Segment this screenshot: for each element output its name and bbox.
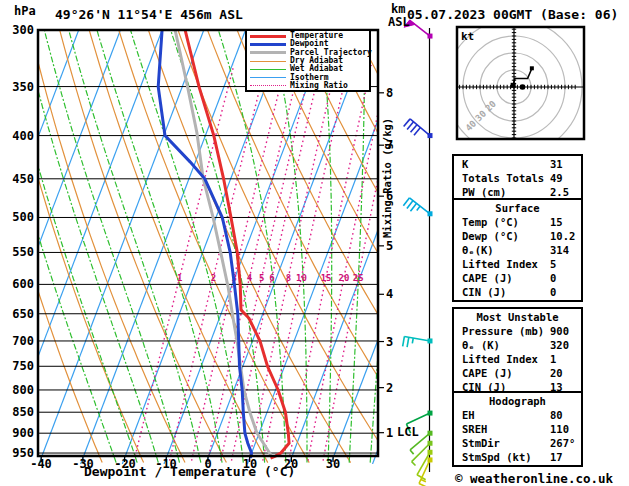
row-value: 110 <box>550 422 569 436</box>
table-row: StmDir267° <box>454 436 581 450</box>
row-label: K <box>462 157 468 171</box>
table-row: Lifted Index1 <box>454 352 581 366</box>
svg-text:25: 25 <box>353 273 364 283</box>
pressure-tick-label: 450 <box>2 172 34 186</box>
pressure-tick-label: 800 <box>2 383 34 397</box>
legend-line-sample <box>250 35 286 38</box>
legend-line-sample <box>250 43 286 46</box>
lcl-marker-label: LCL <box>397 425 419 439</box>
row-label: Lifted Index <box>462 352 538 366</box>
temp-tick-label: 30 <box>315 457 351 471</box>
legend-line-sample <box>250 51 286 54</box>
copyright: © weatheronline.co.uk <box>455 471 613 486</box>
row-value: 320 <box>550 338 569 352</box>
legend-line-sample <box>250 85 286 86</box>
legend-item-label: Mixing Ratio <box>290 82 348 90</box>
row-value: 80 <box>550 408 563 422</box>
row-label: Temp (°C) <box>462 215 519 229</box>
table-row: Dewp (°C)10.2 <box>454 229 581 243</box>
pressure-tick-label: 650 <box>2 307 34 321</box>
pressure-tick-label: 550 <box>2 245 34 259</box>
row-label: Dewp (°C) <box>462 229 519 243</box>
svg-text:5: 5 <box>259 273 264 283</box>
pressure-tick-label: 850 <box>2 405 34 419</box>
pressure-tick-label: 700 <box>2 334 34 348</box>
row-value: 15 <box>550 215 563 229</box>
row-label: CAPE (J) <box>462 271 513 285</box>
table-row: Totals Totals49 <box>454 171 581 185</box>
row-label: CIN (J) <box>462 285 506 299</box>
km-unit-label: km <box>391 2 405 16</box>
legend-line-sample <box>250 77 286 78</box>
row-value: 267° <box>550 436 575 450</box>
row-label: StmDir <box>462 436 500 450</box>
table-row: StmSpd (kt)17 <box>454 450 581 464</box>
row-value: 2.5 <box>550 185 569 199</box>
skewt-sounding-screen: 123456810152025203040 hPa 49°26'N 11°54'… <box>0 0 629 486</box>
temp-tick-label: -40 <box>23 457 59 471</box>
row-value: 5 <box>550 257 556 271</box>
pressure-tick-label: 350 <box>2 80 34 94</box>
svg-text:8: 8 <box>286 273 291 283</box>
legend-line-sample <box>250 69 286 70</box>
table-row: EH80 <box>454 408 581 422</box>
row-label: θₑ (K) <box>462 338 500 352</box>
pressure-tick-label: 600 <box>2 277 34 291</box>
row-label: θₑ(K) <box>462 243 494 257</box>
table-row: K31 <box>454 157 581 171</box>
indices-table: SurfaceTemp (°C)15Dewp (°C)10.2θₑ(K)314L… <box>452 198 583 302</box>
row-value: 900 <box>550 324 569 338</box>
row-label: EH <box>462 408 475 422</box>
table-row: CIN (J)0 <box>454 285 581 299</box>
legend-line-sample <box>250 61 286 62</box>
station-title: 49°26'N 11°54'E 456m ASL <box>55 7 243 22</box>
legend-box: TemperatureDewpointParcel TrajectoryDry … <box>245 29 371 92</box>
table-row: CAPE (J)0 <box>454 271 581 285</box>
row-label: Pressure (mb) <box>462 324 544 338</box>
indices-table: K31Totals Totals49PW (cm)2.5 <box>452 154 583 202</box>
row-label: StmSpd (kt) <box>462 450 532 464</box>
storm-motion-dot <box>520 84 526 90</box>
pressure-unit-label: hPa <box>14 4 36 18</box>
table-header: Most Unstable <box>454 310 581 324</box>
table-row: SREH110 <box>454 422 581 436</box>
x-axis-title: Dewpoint / Temperature (°C) <box>84 464 295 479</box>
legend-item: Mixing Ratio <box>250 82 369 90</box>
svg-text:2: 2 <box>211 273 216 283</box>
pressure-tick-label: 400 <box>2 129 34 143</box>
indices-table: HodographEH80SREH110StmDir267°StmSpd (kt… <box>452 391 583 467</box>
svg-text:4: 4 <box>247 273 253 283</box>
table-header: Hodograph <box>454 394 581 408</box>
pressure-tick-label: 900 <box>2 426 34 440</box>
row-label: Totals Totals <box>462 171 544 185</box>
table-row: Pressure (mb)900 <box>454 324 581 338</box>
table-row: Temp (°C)15 <box>454 215 581 229</box>
svg-text:1: 1 <box>177 273 182 283</box>
row-value: 10.2 <box>550 229 575 243</box>
table-row: θₑ (K)320 <box>454 338 581 352</box>
svg-text:15: 15 <box>321 273 332 283</box>
row-label: Lifted Index <box>462 257 538 271</box>
svg-text:10: 10 <box>296 273 307 283</box>
row-value: 0 <box>550 285 556 299</box>
svg-text:20: 20 <box>339 273 350 283</box>
km-tick-label: 1 <box>386 426 393 440</box>
row-label: SREH <box>462 422 487 436</box>
km-tick-label: 8 <box>386 86 393 100</box>
row-value: 17 <box>550 450 563 464</box>
table-row: θₑ(K)314 <box>454 243 581 257</box>
km-tick-label: 4 <box>386 287 393 301</box>
km-tick-label: 3 <box>386 335 393 349</box>
table-row: PW (cm)2.5 <box>454 185 581 199</box>
table-row: CAPE (J)20 <box>454 366 581 380</box>
pressure-tick-label: 300 <box>2 23 34 37</box>
row-label: CAPE (J) <box>462 366 513 380</box>
svg-text:6: 6 <box>269 273 274 283</box>
hodograph-unit-label: kt <box>461 30 474 43</box>
row-value: 49 <box>550 171 563 185</box>
pressure-tick-label: 500 <box>2 210 34 224</box>
pressure-tick-label: 750 <box>2 359 34 373</box>
row-value: 20 <box>550 366 563 380</box>
km-tick-label: 2 <box>386 381 393 395</box>
row-value: 1 <box>550 352 556 366</box>
